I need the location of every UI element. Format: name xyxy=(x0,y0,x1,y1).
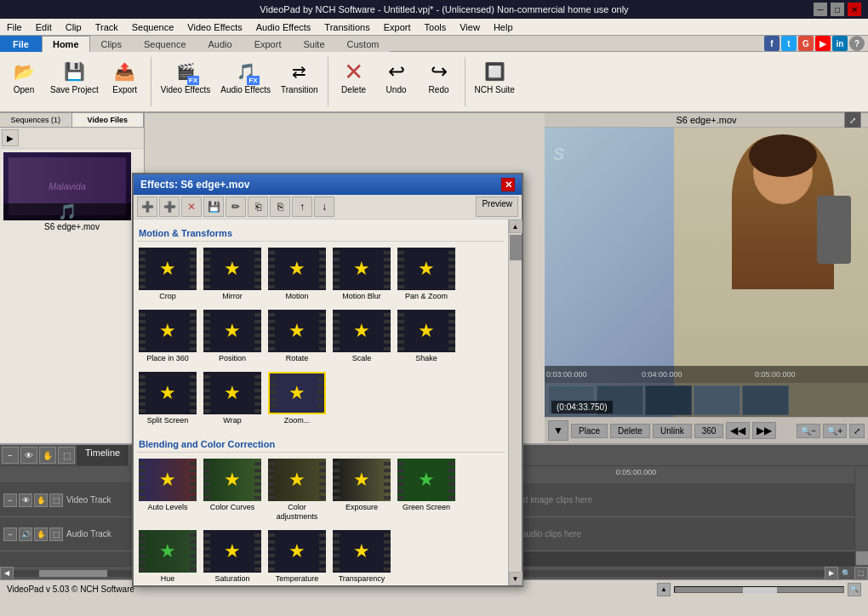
effect-hue[interactable]: ★ Hue xyxy=(137,528,198,585)
place-label-button[interactable]: Place xyxy=(571,424,608,438)
copy-effect-button[interactable]: ⎗ xyxy=(248,197,268,217)
dialog-close-button[interactable]: ✕ xyxy=(501,178,515,191)
add-effect-blue-button[interactable]: ➕ xyxy=(159,197,180,217)
tab-audio[interactable]: Audio xyxy=(197,36,243,52)
linkedin-icon[interactable]: in xyxy=(832,36,848,51)
effect-zoom[interactable]: ★ Zoom... xyxy=(266,369,328,428)
export-button[interactable]: 📤 Export xyxy=(105,55,146,97)
tab-clips[interactable]: Clips xyxy=(90,36,133,52)
hscroll-thumb[interactable] xyxy=(39,570,107,577)
audio-effects-button[interactable]: 🎵 FX Audio Effects xyxy=(216,55,275,97)
move-down-button[interactable]: ↓ xyxy=(314,197,334,217)
preview-button[interactable]: Preview xyxy=(476,197,518,217)
video-effects-button[interactable]: 🎬 FX Video Effects xyxy=(157,55,215,97)
split-button[interactable]: Delete xyxy=(610,424,650,438)
audio-select-icon[interactable]: ⬚ xyxy=(49,528,63,541)
tab-custom[interactable]: Custom xyxy=(336,36,391,52)
timeline-vscroll[interactable] xyxy=(854,466,868,566)
video-minus-icon[interactable]: − xyxy=(3,493,17,507)
effect-place-360[interactable]: ★ Place in 360 xyxy=(137,307,198,366)
effect-saturation[interactable]: ★ Saturation xyxy=(202,528,263,585)
effect-rotate[interactable]: ★ Rotate xyxy=(266,307,328,366)
twitter-icon[interactable]: t xyxy=(781,36,797,51)
tab-export[interactable]: Export xyxy=(243,36,293,52)
scroll-up-arrow[interactable]: ▲ xyxy=(509,220,523,233)
nch-suite-button[interactable]: 🔲 NCH Suite xyxy=(471,55,519,97)
video-file-item[interactable]: Malavida 🎵 S6 edge+.mov xyxy=(0,149,144,237)
add-effect-green-button[interactable]: ➕ xyxy=(137,197,157,217)
menu-clip[interactable]: Clip xyxy=(59,20,89,34)
menu-track[interactable]: Track xyxy=(89,20,125,34)
tab-suite[interactable]: Suite xyxy=(292,36,335,52)
place-button[interactable]: ▼ xyxy=(548,420,568,441)
effect-mirror[interactable]: ★ Mirror xyxy=(202,245,263,304)
menu-tools[interactable]: Tools xyxy=(418,20,454,34)
menu-file[interactable]: File xyxy=(0,20,29,34)
tab-file[interactable]: File xyxy=(0,36,42,52)
effect-scale[interactable]: ★ Scale xyxy=(331,307,392,366)
status-up-button[interactable]: ▲ xyxy=(657,583,671,596)
google-icon[interactable]: G xyxy=(798,36,814,51)
effect-shake[interactable]: ★ Shake xyxy=(396,307,457,366)
scroll-thumb[interactable] xyxy=(510,235,522,260)
audio-eye-icon[interactable]: 🔊 xyxy=(19,528,32,541)
status-scrollbar[interactable] xyxy=(674,586,844,593)
effect-transparency[interactable]: ★ Transparency xyxy=(331,528,392,585)
menu-transitions[interactable]: Transitions xyxy=(317,20,376,34)
delete-button[interactable]: ✕ Delete xyxy=(334,55,374,97)
effect-temperature[interactable]: ★ Temperature xyxy=(266,528,328,585)
effect-wrap[interactable]: ★ Wrap xyxy=(202,369,263,428)
menu-audio-effects[interactable]: Audio Effects xyxy=(249,20,318,34)
effect-position[interactable]: ★ Position xyxy=(202,307,263,366)
tab-home[interactable]: Home xyxy=(42,36,90,52)
tl-hand-button[interactable]: ✋ xyxy=(39,447,56,464)
minimize-button[interactable]: ─ xyxy=(814,3,827,16)
unlink-button[interactable]: Unlink xyxy=(653,424,692,438)
zoom-fit-button[interactable]: ⬚ xyxy=(854,567,868,580)
effect-crop[interactable]: ★ Crop xyxy=(137,245,198,304)
prev-frame-button[interactable]: ◀◀ xyxy=(726,422,750,439)
save-project-button[interactable]: 💾 Save Project xyxy=(46,55,103,97)
menu-edit[interactable]: Edit xyxy=(29,20,59,34)
effect-exposure[interactable]: ★ Exposure xyxy=(331,456,392,524)
hscroll-right-button[interactable]: ▶ xyxy=(825,567,838,580)
scroll-track[interactable] xyxy=(509,233,522,572)
tab-sequence[interactable]: Sequence xyxy=(133,36,197,52)
preview-expand-button[interactable]: ⤢ xyxy=(844,111,861,128)
menu-video-effects[interactable]: Video Effects xyxy=(180,20,248,34)
move-up-button[interactable]: ↑ xyxy=(292,197,312,217)
effect-motion-blur[interactable]: ★ Motion Blur xyxy=(331,245,392,304)
close-button[interactable]: ✕ xyxy=(848,3,861,16)
tl-eye-button[interactable]: 👁 xyxy=(20,447,37,464)
effect-color-adjustments[interactable]: ★ Color adjustments xyxy=(266,456,328,524)
redo-button[interactable]: ↪ Redo xyxy=(419,55,460,97)
youtube-icon[interactable]: ▶ xyxy=(815,36,831,51)
video-eye-icon[interactable]: 👁 xyxy=(19,493,32,507)
maximize-button[interactable]: □ xyxy=(831,3,844,16)
timeline-vscroll-thumb[interactable] xyxy=(856,551,868,565)
effect-motion[interactable]: ★ Motion xyxy=(266,245,328,304)
360-button[interactable]: 360 xyxy=(694,424,724,438)
remove-effect-button[interactable]: ✕ xyxy=(181,197,202,217)
effects-scrollbar[interactable]: ▲ ▼ xyxy=(508,220,522,585)
hscroll-left-button[interactable]: ◀ xyxy=(0,567,14,580)
status-scroll-thumb[interactable] xyxy=(743,587,777,594)
window-controls[interactable]: ─ □ ✕ xyxy=(814,3,861,16)
audio-hand-icon[interactable]: ✋ xyxy=(34,528,48,541)
next-frame-button[interactable]: ▶▶ xyxy=(752,422,776,439)
help-icon[interactable]: ? xyxy=(849,36,865,51)
panel-tool-icon[interactable]: ▶ xyxy=(2,129,19,146)
scroll-down-arrow[interactable]: ▼ xyxy=(509,572,523,585)
menu-export[interactable]: Export xyxy=(377,20,418,34)
open-button[interactable]: 📂 Open xyxy=(3,55,44,97)
effect-color-curves[interactable]: ★ Color Curves xyxy=(202,456,263,524)
effect-pan-zoom[interactable]: ★ Pan & Zoom xyxy=(396,245,457,304)
tab-sequences[interactable]: Sequences (1) xyxy=(0,113,72,127)
fit-button[interactable]: ⤢ xyxy=(849,424,865,438)
status-search-button[interactable]: 🔍 xyxy=(848,583,861,596)
save-effect-button[interactable]: 💾 xyxy=(203,197,224,217)
zoom-in-button[interactable]: 🔍+ xyxy=(823,424,847,438)
audio-minus-icon[interactable]: − xyxy=(3,528,17,541)
tl-select-button[interactable]: ⬚ xyxy=(58,447,75,464)
undo-button[interactable]: ↩ Undo xyxy=(376,55,417,97)
